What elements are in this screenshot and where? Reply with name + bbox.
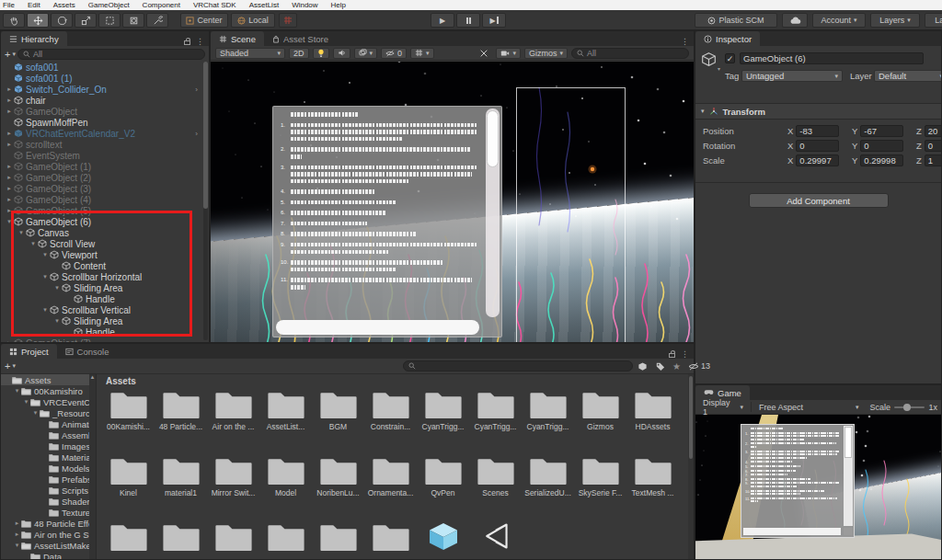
hierarchy-scrollbar[interactable] — [203, 62, 208, 340]
kebab-menu-icon[interactable]: ⋮ — [196, 37, 204, 46]
asset-item[interactable]: Mirror Swit... — [207, 455, 259, 497]
project-tree-item[interactable]: ▾VRCEventCa — [1, 396, 94, 407]
hierarchy-item[interactable]: ▸Switch_Collider_On› — [1, 84, 203, 95]
project-tree-item[interactable]: ▾_Resource — [1, 407, 94, 418]
expander-icon[interactable]: ▸ — [5, 339, 14, 342]
tab-inspector[interactable]: Inspector — [695, 31, 760, 46]
hierarchy-item[interactable]: ▸GameObject (7) — [1, 337, 203, 342]
expander-icon[interactable]: ▸ — [5, 174, 14, 181]
asset-item[interactable]: TextMesh ... — [626, 455, 679, 497]
asset-item[interactable]: CyanTrigg... — [522, 389, 574, 431]
play-button[interactable]: ▶ — [431, 13, 454, 28]
ui-horizontal-scrollbar[interactable] — [276, 320, 479, 335]
project-main-scrollbar[interactable] — [688, 374, 694, 559]
asset-item[interactable]: 48 Particle... — [155, 389, 207, 431]
asset-item[interactable]: Ornamenta... — [364, 455, 417, 497]
asset-item[interactable] — [259, 521, 312, 554]
tab-project[interactable]: Project — [1, 344, 57, 359]
rect-tool-button[interactable] — [98, 13, 121, 28]
account-dropdown[interactable]: Account▾ — [812, 13, 866, 28]
menu-edit[interactable]: Edit — [28, 1, 40, 9]
scale-x-field[interactable]: 0.29997 — [796, 154, 839, 166]
space-toggle-button[interactable]: Local — [231, 13, 275, 28]
asset-item[interactable] — [207, 521, 259, 554]
prefab-open-arrow[interactable]: › — [195, 86, 198, 94]
asset-item[interactable] — [102, 521, 155, 554]
project-tree-item[interactable]: ▾00Kamishiro — [1, 385, 94, 396]
position-x-field[interactable]: -83 — [796, 125, 839, 137]
create-button[interactable]: + — [5, 360, 10, 371]
project-tree-item[interactable]: Scripts — [1, 485, 94, 496]
tag-dropdown[interactable]: Untagged▾ — [741, 70, 843, 82]
create-button[interactable]: + — [5, 49, 10, 60]
rotation-z-field[interactable]: 0 — [925, 140, 941, 152]
asset-item[interactable]: BGM — [312, 389, 364, 431]
pause-button[interactable] — [456, 13, 480, 28]
hierarchy-item[interactable]: ▸chair — [1, 95, 203, 106]
cloud-button[interactable] — [782, 13, 808, 28]
project-tree-item[interactable]: Material — [1, 451, 94, 463]
project-tree-item[interactable]: ▸48 Particle Effe — [1, 518, 94, 529]
menu-assetlist[interactable]: AssetList — [249, 1, 279, 9]
snap-settings-icon[interactable] — [279, 13, 297, 28]
step-button[interactable]: ▶ — [482, 13, 506, 28]
scene-lighting-icon[interactable] — [313, 48, 329, 59]
tab-scene[interactable]: Scene — [211, 31, 264, 46]
asset-item[interactable]: Model — [259, 455, 312, 497]
tab-hierarchy[interactable]: Hierarchy — [1, 31, 67, 46]
project-tree-item[interactable]: Textures — [1, 507, 94, 518]
ui-vertical-scrollbar-handle[interactable] — [487, 110, 499, 167]
aspect-dropdown[interactable]: Free Aspect▾ — [755, 401, 863, 413]
expander-icon[interactable]: ▸ — [5, 108, 14, 115]
expander-icon[interactable]: ▸ — [5, 163, 14, 170]
scene-search-input[interactable]: All — [571, 48, 689, 59]
position-z-field[interactable]: 20 — [925, 125, 941, 137]
hierarchy-item[interactable]: EventSystem — [1, 150, 203, 161]
asset-item[interactable] — [312, 521, 364, 554]
hierarchy-item[interactable]: sofa001 — [1, 62, 203, 73]
asset-item-prefab[interactable] — [417, 521, 469, 554]
menu-assets[interactable]: Assets — [53, 1, 75, 9]
scale-slider[interactable] — [894, 406, 925, 408]
asset-item[interactable]: CyanTrigg... — [417, 389, 469, 431]
rotation-x-field[interactable]: 0 — [796, 140, 839, 152]
transform-tool-button[interactable] — [122, 13, 144, 28]
scale-tool-button[interactable] — [75, 13, 97, 28]
scale-z-field[interactable]: 1 — [925, 154, 941, 166]
hierarchy-item[interactable]: ▸GameObject (4) — [1, 194, 203, 205]
hierarchy-item[interactable]: ▸GameObject — [1, 106, 203, 117]
rotate-tool-button[interactable] — [51, 13, 73, 28]
menu-help[interactable]: Help — [331, 1, 346, 9]
lock-icon[interactable] — [184, 40, 190, 45]
asset-item[interactable]: SerializedU... — [522, 455, 574, 497]
expander-icon[interactable]: ▸ — [5, 185, 14, 192]
asset-item-scene[interactable] — [469, 521, 522, 554]
scale-y-field[interactable]: 0.29998 — [860, 154, 903, 166]
2d-toggle-button[interactable]: 2D — [289, 48, 309, 59]
layer-dropdown[interactable]: Default▾ — [874, 70, 941, 82]
menu-file[interactable]: File — [3, 1, 15, 9]
expander-icon[interactable]: ▸ — [5, 130, 14, 137]
project-tree-item[interactable]: Animations — [1, 418, 94, 429]
scene-grid-dropdown[interactable]: ▾ — [410, 48, 434, 59]
hierarchy-item[interactable]: ▸GameObject (2) — [1, 172, 203, 183]
hierarchy-item[interactable]: sofa001 (1) — [1, 73, 203, 84]
scene-effects-dropdown[interactable]: ▾ — [354, 48, 378, 59]
kebab-menu-icon[interactable]: ⋮ — [681, 37, 689, 46]
project-tree-item[interactable]: Prefabs — [1, 474, 94, 485]
menu-window[interactable]: Window — [292, 1, 317, 9]
hierarchy-search-input[interactable]: All — [17, 49, 205, 60]
project-tree-scrollbar[interactable]: ▲ — [89, 374, 96, 559]
layout-dropdown[interactable]: Layout▾ — [925, 13, 942, 28]
project-tree-item[interactable]: Assets — [1, 374, 94, 385]
hand-tool-button[interactable] — [3, 13, 25, 28]
prefab-open-arrow[interactable]: › — [195, 130, 198, 138]
asset-item[interactable]: Kinel — [102, 455, 155, 497]
hierarchy-item[interactable]: ▸scrolltext — [1, 139, 203, 150]
add-component-button[interactable]: Add Component — [749, 193, 889, 208]
asset-item[interactable]: SkySerie F... — [574, 455, 626, 497]
hierarchy-item[interactable]: ▸VRChatEventCalendar_V2› — [1, 128, 203, 139]
custom-tools-button[interactable] — [146, 13, 168, 28]
asset-item[interactable]: HDAssets — [626, 389, 679, 431]
transform-component-header[interactable]: ▾ Transform — [695, 103, 941, 120]
